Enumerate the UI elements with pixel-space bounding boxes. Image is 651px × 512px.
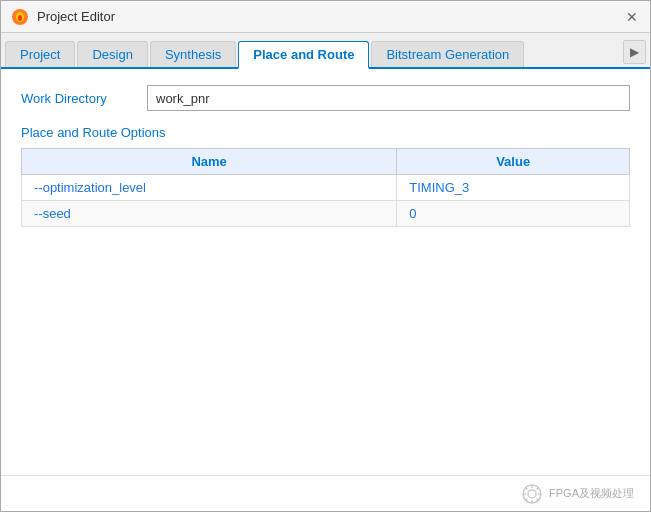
tab-nav-button[interactable]: ▶ (623, 40, 646, 64)
footer: FPGA及视频处理 (1, 475, 650, 511)
title-bar: Project Editor ✕ (1, 1, 650, 33)
svg-point-4 (528, 490, 536, 498)
footer-logo-icon (521, 483, 543, 505)
content-area: Work Directory Place and Route Options N… (1, 69, 650, 475)
options-section-title: Place and Route Options (21, 125, 630, 140)
app-icon (11, 8, 29, 26)
table-header-row: Name Value (22, 149, 630, 175)
svg-line-11 (537, 487, 539, 489)
tab-synthesis[interactable]: Synthesis (150, 41, 236, 67)
work-directory-row: Work Directory (21, 85, 630, 111)
options-table: Name Value --optimization_levelTIMING_3-… (21, 148, 630, 227)
svg-line-9 (525, 487, 527, 489)
close-button[interactable]: ✕ (624, 9, 640, 25)
svg-line-10 (537, 498, 539, 500)
table-cell-name: --optimization_level (22, 175, 397, 201)
project-editor-window: Project Editor ✕ Project Design Synthesi… (0, 0, 651, 512)
svg-line-12 (525, 498, 527, 500)
tab-project[interactable]: Project (5, 41, 75, 67)
window-title: Project Editor (37, 9, 115, 24)
table-row: --seed0 (22, 201, 630, 227)
col-name-header: Name (22, 149, 397, 175)
tab-place-and-route[interactable]: Place and Route (238, 41, 369, 69)
col-value-header: Value (397, 149, 630, 175)
footer-logo-text: FPGA及视频处理 (549, 486, 634, 501)
table-cell-value: 0 (397, 201, 630, 227)
title-bar-left: Project Editor (11, 8, 115, 26)
work-directory-label: Work Directory (21, 91, 131, 106)
table-cell-value: TIMING_3 (397, 175, 630, 201)
work-directory-input[interactable] (147, 85, 630, 111)
footer-logo: FPGA及视频处理 (521, 483, 634, 505)
tab-bitstream-generation[interactable]: Bitstream Generation (371, 41, 524, 67)
tab-design[interactable]: Design (77, 41, 147, 67)
tab-bar: Project Design Synthesis Place and Route… (1, 33, 650, 69)
table-cell-name: --seed (22, 201, 397, 227)
svg-point-2 (18, 15, 22, 21)
table-row: --optimization_levelTIMING_3 (22, 175, 630, 201)
